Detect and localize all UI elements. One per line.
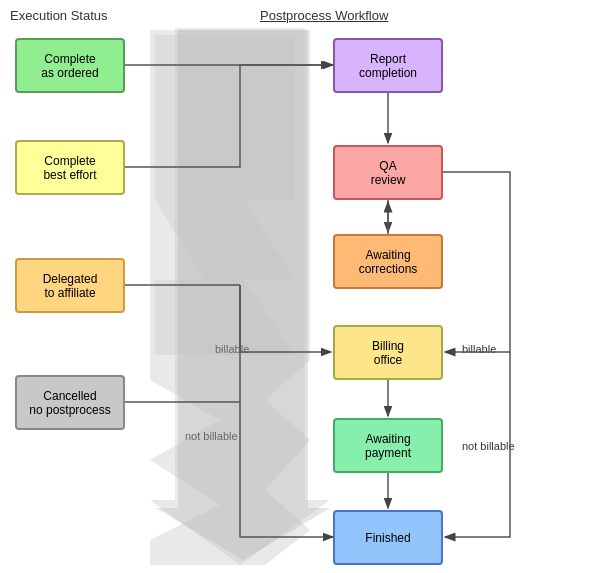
postprocess-workflow-title: Postprocess Workflow xyxy=(260,8,388,23)
box-billing-office: Billingoffice xyxy=(333,325,443,380)
label-billable-left: billable xyxy=(215,343,249,355)
box-complete-best: Completebest effort xyxy=(15,140,125,195)
svg-marker-4 xyxy=(150,28,330,565)
svg-marker-3 xyxy=(150,30,310,565)
execution-status-title: Execution Status xyxy=(10,8,108,23)
label-not-billable-left: not billable xyxy=(185,430,238,442)
box-report-completion: Reportcompletion xyxy=(333,38,443,93)
svg-marker-0 xyxy=(155,35,295,355)
label-not-billable-right: not billable xyxy=(462,440,515,452)
box-awaiting-payment: Awaitingpayment xyxy=(333,418,443,473)
diagram-container: Execution Status Postprocess Workflow Co… xyxy=(0,0,589,573)
box-finished: Finished xyxy=(333,510,443,565)
box-cancelled: Cancelledno postprocess xyxy=(15,375,125,430)
box-complete-ordered: Completeas ordered xyxy=(15,38,125,93)
svg-marker-7 xyxy=(156,30,330,560)
box-awaiting-corrections: Awaitingcorrections xyxy=(333,234,443,289)
box-delegated: Delegatedto affiliate xyxy=(15,258,125,313)
box-qa-review: QAreview xyxy=(333,145,443,200)
label-billable-right: billable xyxy=(462,343,496,355)
